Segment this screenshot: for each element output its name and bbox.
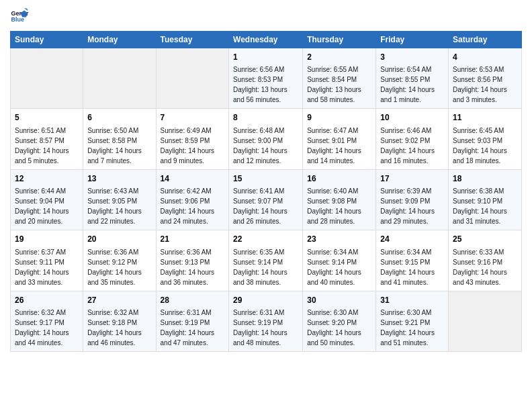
day-info: Sunrise: 6:33 AMSunset: 9:16 PMDaylight:… xyxy=(453,247,517,287)
calendar-cell: 21Sunrise: 6:36 AMSunset: 9:13 PMDayligh… xyxy=(156,230,229,291)
day-info: Sunrise: 6:37 AMSunset: 9:11 PMDaylight:… xyxy=(15,247,79,287)
calendar-cell: 29Sunrise: 6:31 AMSunset: 9:19 PMDayligh… xyxy=(229,291,303,351)
col-header-friday: Friday xyxy=(376,32,449,48)
day-number: 24 xyxy=(380,234,444,245)
day-info: Sunrise: 6:41 AMSunset: 9:07 PMDaylight:… xyxy=(233,186,298,226)
day-info: Sunrise: 6:44 AMSunset: 9:04 PMDaylight:… xyxy=(15,186,79,226)
day-info: Sunrise: 6:34 AMSunset: 9:14 PMDaylight:… xyxy=(307,247,371,287)
calendar-cell: 12Sunrise: 6:44 AMSunset: 9:04 PMDayligh… xyxy=(11,169,83,230)
day-info: Sunrise: 6:38 AMSunset: 9:10 PMDaylight:… xyxy=(453,186,517,226)
day-number: 10 xyxy=(380,112,444,124)
header-row: SundayMondayTuesdayWednesdayThursdayFrid… xyxy=(11,32,522,48)
day-info: Sunrise: 6:54 AMSunset: 8:55 PMDaylight:… xyxy=(380,64,444,105)
calendar-cell: 31Sunrise: 6:30 AMSunset: 9:21 PMDayligh… xyxy=(376,291,449,351)
day-info: Sunrise: 6:45 AMSunset: 9:03 PMDaylight:… xyxy=(453,126,517,166)
day-number: 8 xyxy=(233,112,298,124)
day-info: Sunrise: 6:40 AMSunset: 9:08 PMDaylight:… xyxy=(307,186,371,226)
day-number: 7 xyxy=(161,112,225,124)
calendar-cell: 13Sunrise: 6:43 AMSunset: 9:05 PMDayligh… xyxy=(83,169,156,230)
day-info: Sunrise: 6:31 AMSunset: 9:19 PMDaylight:… xyxy=(233,308,298,348)
day-number: 29 xyxy=(233,295,298,306)
day-info: Sunrise: 6:47 AMSunset: 9:01 PMDaylight:… xyxy=(307,126,371,166)
day-number: 13 xyxy=(87,173,151,185)
day-number: 16 xyxy=(307,173,371,185)
day-number: 22 xyxy=(233,234,298,245)
calendar-cell xyxy=(11,48,83,109)
day-number: 23 xyxy=(307,234,371,245)
day-number: 3 xyxy=(380,52,444,63)
day-number: 26 xyxy=(15,295,79,306)
day-number: 15 xyxy=(233,173,298,185)
col-header-thursday: Thursday xyxy=(303,32,376,48)
day-info: Sunrise: 6:30 AMSunset: 9:20 PMDaylight:… xyxy=(307,308,371,348)
calendar-cell: 11Sunrise: 6:45 AMSunset: 9:03 PMDayligh… xyxy=(449,109,522,169)
day-info: Sunrise: 6:36 AMSunset: 9:12 PMDaylight:… xyxy=(87,247,151,287)
calendar-cell xyxy=(156,48,229,109)
day-number: 25 xyxy=(453,234,517,245)
day-number: 28 xyxy=(161,295,225,306)
day-number: 4 xyxy=(453,52,517,63)
day-info: Sunrise: 6:50 AMSunset: 8:58 PMDaylight:… xyxy=(87,126,151,166)
week-row-5: 26Sunrise: 6:32 AMSunset: 9:17 PMDayligh… xyxy=(11,291,522,351)
page-header: General Blue xyxy=(10,7,522,26)
calendar-cell: 22Sunrise: 6:35 AMSunset: 9:14 PMDayligh… xyxy=(229,230,303,291)
day-info: Sunrise: 6:48 AMSunset: 9:00 PMDaylight:… xyxy=(233,126,298,166)
week-row-4: 19Sunrise: 6:37 AMSunset: 9:11 PMDayligh… xyxy=(11,230,522,291)
day-info: Sunrise: 6:43 AMSunset: 9:05 PMDaylight:… xyxy=(87,186,151,226)
day-number: 21 xyxy=(161,234,225,245)
day-info: Sunrise: 6:51 AMSunset: 8:57 PMDaylight:… xyxy=(15,126,79,166)
day-info: Sunrise: 6:53 AMSunset: 8:56 PMDaylight:… xyxy=(453,64,517,105)
day-info: Sunrise: 6:31 AMSunset: 9:19 PMDaylight:… xyxy=(161,308,225,348)
calendar-header: SundayMondayTuesdayWednesdayThursdayFrid… xyxy=(11,32,522,48)
week-row-1: 1Sunrise: 6:56 AMSunset: 8:53 PMDaylight… xyxy=(11,48,522,109)
day-number: 9 xyxy=(307,112,371,124)
calendar-cell: 30Sunrise: 6:30 AMSunset: 9:20 PMDayligh… xyxy=(303,291,376,351)
day-number: 19 xyxy=(15,234,79,245)
day-info: Sunrise: 6:49 AMSunset: 8:59 PMDaylight:… xyxy=(161,126,225,166)
day-number: 31 xyxy=(380,295,444,306)
col-header-saturday: Saturday xyxy=(449,32,522,48)
week-row-3: 12Sunrise: 6:44 AMSunset: 9:04 PMDayligh… xyxy=(11,169,522,230)
calendar-cell: 24Sunrise: 6:34 AMSunset: 9:15 PMDayligh… xyxy=(376,230,449,291)
calendar-cell: 4Sunrise: 6:53 AMSunset: 8:56 PMDaylight… xyxy=(449,48,522,109)
day-number: 17 xyxy=(380,173,444,185)
calendar-cell: 17Sunrise: 6:39 AMSunset: 9:09 PMDayligh… xyxy=(376,169,449,230)
day-info: Sunrise: 6:36 AMSunset: 9:13 PMDaylight:… xyxy=(161,247,225,287)
calendar-cell: 6Sunrise: 6:50 AMSunset: 8:58 PMDaylight… xyxy=(83,109,156,169)
calendar-cell: 7Sunrise: 6:49 AMSunset: 8:59 PMDaylight… xyxy=(156,109,229,169)
calendar-table: SundayMondayTuesdayWednesdayThursdayFrid… xyxy=(10,31,522,352)
calendar-cell: 10Sunrise: 6:46 AMSunset: 9:02 PMDayligh… xyxy=(376,109,449,169)
calendar-cell: 14Sunrise: 6:42 AMSunset: 9:06 PMDayligh… xyxy=(156,169,229,230)
day-info: Sunrise: 6:32 AMSunset: 9:18 PMDaylight:… xyxy=(87,308,151,348)
calendar-cell: 15Sunrise: 6:41 AMSunset: 9:07 PMDayligh… xyxy=(229,169,303,230)
calendar-cell: 20Sunrise: 6:36 AMSunset: 9:12 PMDayligh… xyxy=(83,230,156,291)
calendar-cell: 25Sunrise: 6:33 AMSunset: 9:16 PMDayligh… xyxy=(449,230,522,291)
day-info: Sunrise: 6:56 AMSunset: 8:53 PMDaylight:… xyxy=(233,64,298,105)
day-number: 6 xyxy=(87,112,151,124)
calendar-cell: 26Sunrise: 6:32 AMSunset: 9:17 PMDayligh… xyxy=(11,291,83,351)
day-info: Sunrise: 6:39 AMSunset: 9:09 PMDaylight:… xyxy=(380,186,444,226)
calendar-cell xyxy=(449,291,522,351)
logo-icon: General Blue xyxy=(10,7,29,26)
col-header-monday: Monday xyxy=(83,32,156,48)
week-row-2: 5Sunrise: 6:51 AMSunset: 8:57 PMDaylight… xyxy=(11,109,522,169)
day-number: 30 xyxy=(307,295,371,306)
day-number: 14 xyxy=(161,173,225,185)
calendar-cell: 9Sunrise: 6:47 AMSunset: 9:01 PMDaylight… xyxy=(303,109,376,169)
calendar-cell xyxy=(83,48,156,109)
day-info: Sunrise: 6:30 AMSunset: 9:21 PMDaylight:… xyxy=(380,308,444,348)
calendar-cell: 16Sunrise: 6:40 AMSunset: 9:08 PMDayligh… xyxy=(303,169,376,230)
calendar-cell: 2Sunrise: 6:55 AMSunset: 8:54 PMDaylight… xyxy=(303,48,376,109)
day-number: 11 xyxy=(453,112,517,124)
svg-text:Blue: Blue xyxy=(11,16,24,23)
day-number: 2 xyxy=(307,52,371,63)
col-header-sunday: Sunday xyxy=(11,32,83,48)
day-number: 20 xyxy=(87,234,151,245)
day-info: Sunrise: 6:35 AMSunset: 9:14 PMDaylight:… xyxy=(233,247,298,287)
calendar-cell: 3Sunrise: 6:54 AMSunset: 8:55 PMDaylight… xyxy=(376,48,449,109)
day-number: 12 xyxy=(15,173,79,185)
col-header-wednesday: Wednesday xyxy=(229,32,303,48)
calendar-cell: 28Sunrise: 6:31 AMSunset: 9:19 PMDayligh… xyxy=(156,291,229,351)
day-info: Sunrise: 6:42 AMSunset: 9:06 PMDaylight:… xyxy=(161,186,225,226)
calendar-cell: 27Sunrise: 6:32 AMSunset: 9:18 PMDayligh… xyxy=(83,291,156,351)
